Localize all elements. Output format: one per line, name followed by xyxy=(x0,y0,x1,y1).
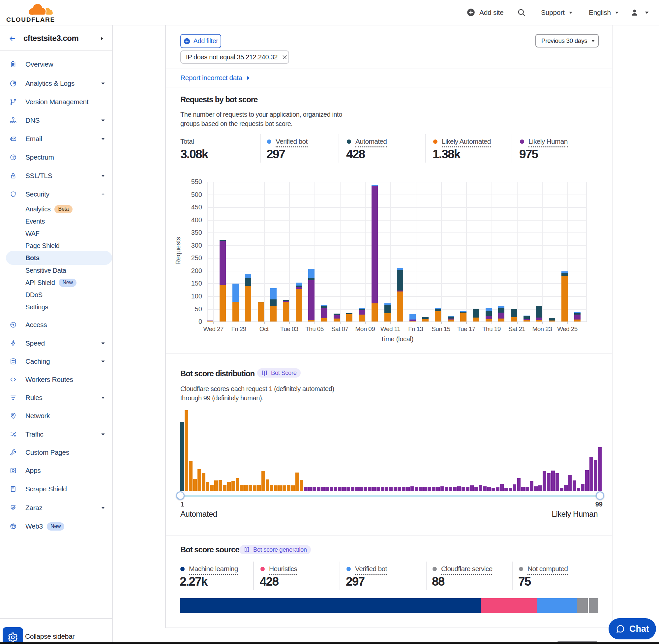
svg-text:CLOUDFLARE: CLOUDFLARE xyxy=(6,16,55,23)
